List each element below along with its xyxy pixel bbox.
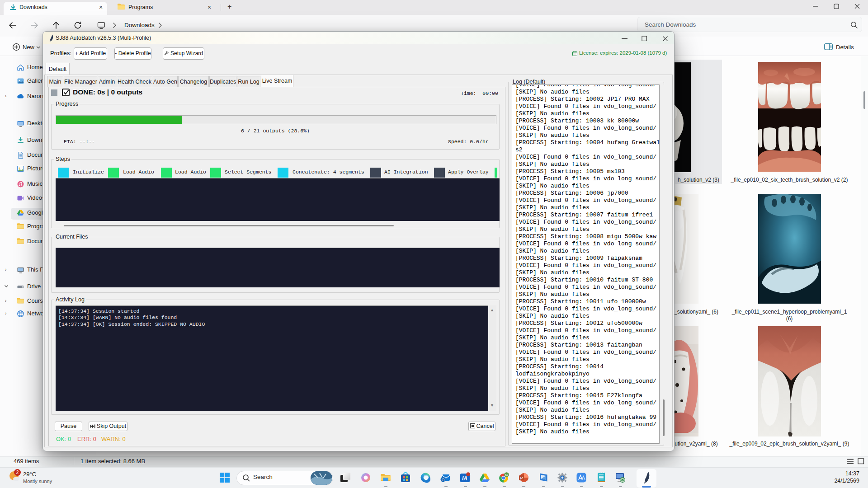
svg-text:SJ: SJ xyxy=(505,474,508,476)
svg-text:IA: IA xyxy=(462,475,467,482)
svg-text:P: P xyxy=(520,476,523,480)
svg-text:O: O xyxy=(442,478,445,482)
